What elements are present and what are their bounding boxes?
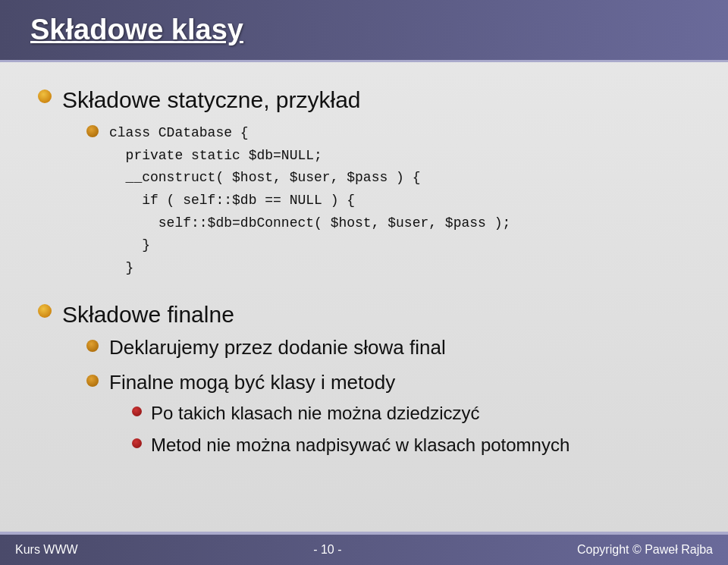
slide-container: Składowe klasy Składowe statyczne, przyk…: [0, 0, 728, 565]
bullet-2-2-2-icon: [132, 438, 142, 448]
bullet-1: Składowe statyczne, przykład class CData…: [38, 85, 690, 287]
footer-center: - 10 -: [313, 543, 341, 557]
bullet-2-icon: [38, 304, 52, 318]
sub-sub-bullets: Po takich klasach nie można dziedziczyć …: [109, 401, 570, 456]
bullet-1-icon: [38, 89, 52, 103]
footer: Kurs WWW - 10 - Copyright © Paweł Rajba: [0, 533, 728, 565]
bullet-2-2-text: Finalne mogą być klasy i metody: [109, 371, 395, 394]
bullet-2-2-icon: [86, 375, 99, 387]
bullet-2-2-2: Metod nie można nadpisywać w klasach pot…: [132, 433, 570, 457]
bullet-2-2: Finalne mogą być klasy i metody Po takic…: [86, 370, 690, 464]
sub-bullets-2: Deklarujemy przez dodanie słowa final Fi…: [86, 335, 690, 464]
bullet-2-2-1: Po takich klasach nie można dziedziczyć: [132, 401, 570, 425]
content-area: Składowe statyczne, przykład class CData…: [0, 62, 728, 565]
code-block-inner: class CDatabase { private static $db=NUL…: [86, 122, 510, 280]
bullet-2-1-icon: [86, 340, 99, 352]
footer-right: Copyright © Paweł Rajba: [577, 543, 713, 557]
bullet-2-1-text: Deklarujemy przez dodanie słowa final: [109, 335, 446, 361]
bullet-1-text: Składowe statyczne, przykład: [62, 87, 361, 112]
footer-left: Kurs WWW: [15, 543, 78, 557]
bullet-2-2-1-icon: [132, 406, 142, 416]
slide-title: Składowe klasy: [30, 14, 243, 46]
bullet-2-1: Deklarujemy przez dodanie słowa final: [86, 335, 690, 361]
code-text: class CDatabase { private static $db=NUL…: [109, 122, 510, 280]
bullet-2-text: Składowe finalne: [62, 302, 234, 327]
bullet-2: Składowe finalne Deklarujemy przez dodan…: [38, 300, 690, 473]
slide-header: Składowe klasy: [0, 0, 728, 62]
bullet-2-2-1-text: Po takich klasach nie można dziedziczyć: [151, 401, 480, 425]
bullet-2-2-2-text: Metod nie można nadpisywać w klasach pot…: [151, 433, 570, 457]
code-bullet-icon: [86, 125, 99, 137]
code-block: class CDatabase { private static $db=NUL…: [86, 122, 510, 280]
